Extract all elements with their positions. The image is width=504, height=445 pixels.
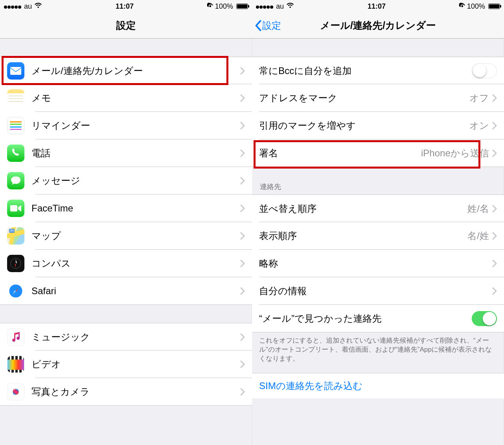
carrier-label: au bbox=[276, 2, 284, 11]
svg-rect-2 bbox=[10, 205, 17, 211]
battery-icon bbox=[487, 4, 500, 9]
battery-icon bbox=[235, 4, 248, 9]
row-label: メッセージ bbox=[32, 174, 240, 187]
row-quote[interactable]: 引用のマークを増やすオン bbox=[252, 112, 504, 139]
nav-title: メール/連絡先/カレンダー bbox=[320, 19, 436, 32]
mail-icon bbox=[7, 62, 24, 80]
chevron-right-icon bbox=[492, 205, 497, 213]
settings-row-maps[interactable]: 280マップ bbox=[0, 222, 252, 250]
chevron-right-icon bbox=[240, 177, 245, 185]
mail-contacts-calendar-screen: au 11:07 100% 設定 メール/連絡先/カレンダー 常にBccに自分を… bbox=[252, 0, 504, 445]
row-label: コンパス bbox=[32, 257, 240, 270]
row-label: マップ bbox=[32, 230, 240, 242]
chevron-right-icon bbox=[240, 94, 245, 102]
row-label: 並べ替え順序 bbox=[259, 202, 467, 215]
svg-rect-19 bbox=[461, 6, 463, 7]
row-short[interactable]: 略称 bbox=[252, 250, 504, 277]
nav-title: 設定 bbox=[116, 19, 136, 32]
battery-percent: 100% bbox=[215, 2, 233, 11]
row-label: ミュージック bbox=[32, 331, 240, 343]
settings-row-reminders[interactable]: リマインダー bbox=[0, 112, 252, 139]
row-value: iPhoneから送信 bbox=[421, 147, 489, 159]
chevron-right-icon bbox=[240, 149, 245, 157]
settings-row-compass[interactable]: コンパス bbox=[0, 250, 252, 277]
chevron-right-icon bbox=[240, 333, 245, 341]
row-label: 略称 bbox=[259, 257, 492, 270]
maps-icon: 280 bbox=[7, 227, 24, 245]
row-display[interactable]: 表示順序名/姓 bbox=[252, 222, 504, 250]
settings-row-messages[interactable]: メッセージ bbox=[0, 167, 252, 195]
back-button[interactable]: 設定 bbox=[255, 19, 281, 32]
settings-row-safari[interactable]: Safari bbox=[0, 277, 252, 305]
music-icon bbox=[7, 328, 24, 346]
settings-row-music[interactable]: ミュージック bbox=[0, 323, 252, 350]
row-value: 名/姓 bbox=[467, 230, 489, 242]
chevron-right-icon bbox=[240, 67, 245, 75]
chevron-right-icon bbox=[492, 232, 497, 240]
chevron-right-icon bbox=[492, 149, 497, 157]
chevron-right-icon bbox=[240, 122, 245, 130]
row-my-info[interactable]: 自分の情報 bbox=[252, 277, 504, 305]
status-bar: au 11:07 100% bbox=[252, 0, 504, 13]
wifi-icon bbox=[286, 3, 294, 10]
import-sim-contacts-link[interactable]: SIMの連絡先を読み込む bbox=[252, 373, 504, 399]
svg-rect-0 bbox=[209, 6, 211, 7]
clock: 11:07 bbox=[115, 2, 133, 11]
chevron-right-icon bbox=[240, 232, 245, 240]
row-mark-addr[interactable]: アドレスをマークオフ bbox=[252, 84, 504, 112]
battery-percent: 100% bbox=[467, 2, 485, 11]
chevron-right-icon bbox=[240, 360, 245, 368]
row-label: 常にBccに自分を追加 bbox=[259, 65, 472, 77]
row-label: 表示順序 bbox=[259, 230, 467, 242]
chevron-right-icon bbox=[240, 260, 245, 267]
row-value: 姓/名 bbox=[467, 202, 489, 215]
row-label: リマインダー bbox=[32, 119, 240, 132]
facetime-icon bbox=[7, 200, 24, 217]
settings-row-mail[interactable]: メール/連絡先/カレンダー bbox=[0, 57, 252, 84]
settings-row-video[interactable]: ビデオ bbox=[0, 350, 252, 378]
switch-found-in-mail[interactable] bbox=[472, 311, 497, 326]
chevron-right-icon bbox=[240, 287, 245, 295]
settings-root-screen: au 11:07 100% 設定 メール/連絡先/カレンダーメモリマインダー電話… bbox=[0, 0, 252, 445]
settings-list[interactable]: メール/連絡先/カレンダーメモリマインダー電話メッセージFaceTime280マ… bbox=[0, 39, 252, 445]
back-label: 設定 bbox=[262, 19, 281, 32]
nav-header: 設定 メール/連絡先/カレンダー bbox=[252, 13, 504, 39]
messages-icon bbox=[7, 172, 24, 189]
safari-icon bbox=[7, 282, 24, 300]
row-label: 自分の情報 bbox=[259, 285, 492, 297]
settings-row-phone[interactable]: 電話 bbox=[0, 139, 252, 167]
video-icon bbox=[7, 356, 24, 373]
row-label: 署名 bbox=[259, 147, 421, 159]
found-in-mail-footer: これをオフにすると、追加されていない連絡先候補がすべて削除され、“メール”のオー… bbox=[252, 332, 504, 365]
row-sort[interactable]: 並べ替え順序姓/名 bbox=[252, 195, 504, 222]
signal-dots-icon bbox=[256, 2, 274, 11]
settings-row-facetime[interactable]: FaceTime bbox=[0, 195, 252, 222]
settings-row-photos[interactable]: 写真とカメラ bbox=[0, 378, 252, 406]
orientation-lock-icon bbox=[207, 3, 213, 10]
row-bcc[interactable]: 常にBccに自分を追加 bbox=[252, 57, 504, 84]
row-label: “メール”で見つかった連絡先 bbox=[259, 312, 472, 325]
orientation-lock-icon bbox=[459, 3, 465, 10]
nav-header: 設定 bbox=[0, 13, 252, 39]
chevron-right-icon bbox=[492, 122, 497, 130]
mail-settings-list[interactable]: 常にBccに自分を追加アドレスをマークオフ引用のマークを増やすオン署名iPhon… bbox=[252, 39, 504, 445]
switch-bcc[interactable] bbox=[472, 63, 497, 78]
chevron-right-icon bbox=[492, 94, 497, 102]
phone-icon bbox=[7, 145, 24, 162]
row-label: メール/連絡先/カレンダー bbox=[32, 65, 240, 77]
row-label: Safari bbox=[32, 286, 240, 297]
row-found-in-mail[interactable]: “メール”で見つかった連絡先 bbox=[252, 305, 504, 332]
settings-row-notes[interactable]: メモ bbox=[0, 84, 252, 112]
clock: 11:07 bbox=[367, 2, 385, 11]
contacts-section-header: 連絡先 bbox=[252, 179, 504, 195]
row-label: ビデオ bbox=[32, 358, 240, 371]
row-label: FaceTime bbox=[32, 203, 240, 214]
row-value: オフ bbox=[469, 92, 489, 104]
chevron-right-icon bbox=[492, 287, 497, 295]
row-label: 電話 bbox=[32, 147, 240, 159]
svg-rect-1 bbox=[10, 67, 21, 75]
row-label: アドレスをマーク bbox=[259, 92, 469, 104]
reminders-icon bbox=[7, 117, 24, 134]
row-signature[interactable]: 署名iPhoneから送信 bbox=[252, 139, 504, 167]
row-label: 写真とカメラ bbox=[32, 386, 240, 398]
